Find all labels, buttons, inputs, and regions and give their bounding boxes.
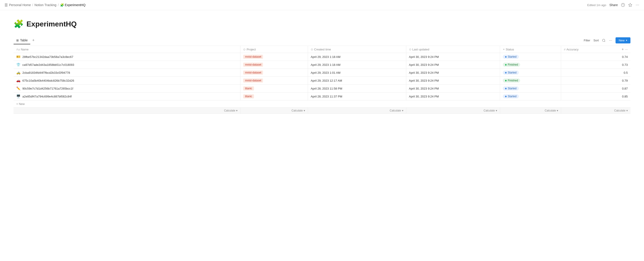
cell-name-4[interactable]: ✏️ 90c59e7c7d1d4256b71761a7265bcc1f [14,85,240,93]
cell-project-3[interactable]: mnist-dataset [240,77,308,85]
filter-button[interactable]: Filter [584,39,590,42]
status-badge-1: Finished [503,63,520,67]
calc-updated[interactable]: Calculate ▾ [406,108,500,114]
status-badge-0: Started [503,55,519,59]
status-label-0: Started [508,55,516,58]
new-button[interactable]: New ▾ [616,37,630,44]
cell-status-1[interactable]: Finished [500,61,561,69]
add-view-button[interactable]: + [30,37,36,44]
status-dot-1 [505,64,506,66]
project-tag-1: mnist-dataset [243,63,263,67]
cell-updated-4: April 30, 2023 9:24 PM [406,85,500,93]
row-name-5: a2e85df47a794c699e4c887bf082c84f [22,95,72,98]
menu-icon[interactable]: ☰ [4,3,8,7]
database-table: Aa Name ⊙ Project ⊙ Created time [14,46,630,114]
cell-accuracy-5: 0.85 [561,93,630,100]
cell-name-2[interactable]: 🚕 2cba91834fd44f7fbcd2b33cf2f94778 [14,69,240,77]
more-table-options[interactable] [609,39,612,42]
table-row[interactable]: 👕 ca97d57ade2d43a1858bb51c7c018093 mnist… [14,61,630,69]
calc-project[interactable]: Calculate ▾ [240,108,308,114]
cell-accuracy-1: 0.73 [561,61,630,69]
calc-status[interactable]: Calculate ▾ [500,108,561,114]
add-column-button[interactable]: + [622,47,624,51]
page-title-row: 🧩 ExperimentHQ [14,19,630,29]
cell-name-3[interactable]: 🚗 675c10a5b40b4404bdc826b758c32d26 [14,77,240,85]
cell-name-5[interactable]: 🖥️ a2e85df47a794c699e4c887bf082c84f [14,93,240,100]
cell-status-3[interactable]: Finished [500,77,561,85]
table-row[interactable]: 🎫 28fbe57bc21342daa73b58a7a3c8ec67 mnist… [14,53,630,61]
table-row[interactable]: 🚕 2cba91834fd44f7fbcd2b33cf2f94778 mnist… [14,69,630,77]
cell-status-0[interactable]: Started [500,53,561,61]
page-title: ExperimentHQ [26,20,76,28]
breadcrumb-notion-tracking[interactable]: Notion Tracking [34,3,56,7]
svg-line-6 [604,41,605,42]
add-row[interactable]: + New [14,100,630,108]
breadcrumb-personal[interactable]: Personal Home [9,3,31,7]
accuracy-value-3: 0.79 [622,79,628,82]
status-dot-2 [505,72,506,74]
svg-point-3 [637,5,638,5]
table-row[interactable]: ✏️ 90c59e7c7d1d4256b71761a7265bcc1f tita… [14,85,630,93]
cell-accuracy-0: 0.74 [561,53,630,61]
cell-project-5[interactable]: titanic [240,93,308,100]
calc-created[interactable]: Calculate ▾ [308,108,406,114]
status-dot-4 [505,88,506,89]
svg-point-5 [602,39,605,42]
topbar: ☰ Personal Home / Notion Tracking / 🧩 Ex… [0,0,644,10]
table-row[interactable]: 🚗 675c10a5b40b4404bdc826b758c32d26 mnist… [14,77,630,85]
row-emoji-2: 🚕 [16,71,20,75]
cell-created-2: April 29, 2023 1:01 AM [308,69,406,77]
project-tag-0: mnist-dataset [243,55,263,59]
cell-accuracy-2: 0.5 [561,69,630,77]
status-label-1: Finished [508,63,518,66]
current-page-label: ExperimentHQ [65,3,86,7]
project-tag-2: mnist-dataset [243,71,263,75]
name-col-label: Name [21,48,29,51]
calc-project-label: Calculate [292,109,303,112]
cell-status-5[interactable]: Started [500,93,561,100]
row-emoji-3: 🚗 [16,79,20,83]
calc-name[interactable]: Calculate ▾ [14,108,240,114]
add-new-label: + New [16,102,25,106]
updated-col-label: Last updated [412,48,429,51]
project-col-icon: ⊙ [243,48,246,51]
cell-created-5: April 28, 2023 11:37 PM [308,93,406,100]
cell-created-0: April 29, 2023 1:18 AM [308,53,406,61]
status-dot-5 [505,96,506,97]
share-button[interactable]: Share [610,3,618,7]
cell-status-2[interactable]: Started [500,69,561,77]
cell-project-0[interactable]: mnist-dataset [240,53,308,61]
sort-button[interactable]: Sort [594,39,599,42]
cell-created-1: April 29, 2023 1:18 AM [308,61,406,69]
calc-accuracy[interactable]: Calculate ▾ [561,108,630,114]
cell-updated-1: April 30, 2023 9:24 PM [406,61,500,69]
cell-status-4[interactable]: Started [500,85,561,93]
accuracy-value-5: 0.85 [622,95,628,98]
table-row[interactable]: 🖥️ a2e85df47a794c699e4c887bf082c84f tita… [14,93,630,100]
col-header-accuracy: # Accuracy + ··· [561,46,630,53]
status-badge-3: Finished [503,79,520,83]
cell-name-0[interactable]: 🎫 28fbe57bc21342daa73b58a7a3c8ec67 [14,53,240,61]
cell-name-1[interactable]: 👕 ca97d57ade2d43a1858bb51c7c018093 [14,61,240,69]
calc-updated-label: Calculate [484,109,495,112]
accuracy-value-4: 0.87 [622,87,628,90]
row-name-4: 90c59e7c7d1d4256b71761a7265bcc1f [22,87,73,90]
cell-project-1[interactable]: mnist-dataset [240,61,308,69]
table-toolbar: Filter Sort New ▾ [584,35,630,46]
accuracy-value-0: 0.74 [622,55,628,59]
star-icon[interactable] [628,3,632,7]
project-tag-5: titanic [243,94,254,98]
cell-project-2[interactable]: mnist-dataset [240,69,308,77]
current-page-icon: 🧩 [60,3,64,7]
calc-created-label: Calculate [390,109,401,112]
add-new-row-button[interactable]: + New [14,100,630,107]
new-label: New [619,39,624,42]
history-icon[interactable] [621,3,625,7]
tab-table[interactable]: ⊞ Table [14,37,30,44]
cell-project-4[interactable]: titanic [240,85,308,93]
more-options-icon[interactable] [636,3,640,7]
status-badge-2: Started [503,71,519,75]
row-emoji-1: 👕 [16,63,20,67]
search-button[interactable] [602,39,606,42]
column-options-button[interactable]: ··· [625,48,628,51]
